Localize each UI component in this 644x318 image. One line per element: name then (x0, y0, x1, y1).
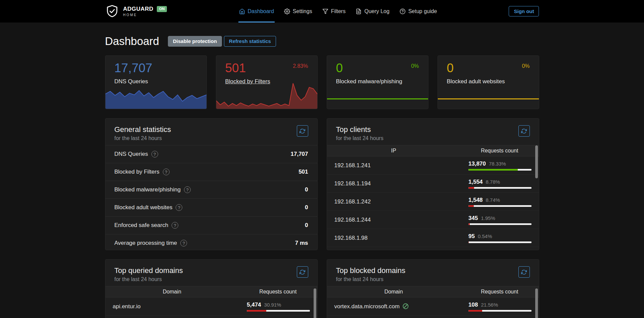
stat-row-label: Blocked adult websites (114, 204, 173, 211)
nav-item-dashboard[interactable]: Dashboard (238, 0, 275, 22)
card-title: Top blocked domains (336, 266, 406, 275)
top-blocked-domains-table: Domain Requests count vortex.data.micros… (327, 286, 539, 316)
help-icon[interactable]: ? (151, 151, 158, 157)
table-row: vortex.data.microsoft.com 10821.56% (327, 298, 539, 316)
nav-label: Dashboard (248, 8, 274, 14)
blocked-adult-zero-line (438, 98, 539, 99)
protection-status-badge: ON (157, 6, 167, 12)
top-blocked-domains-card: Top blocked domains for the last 24 hour… (327, 259, 539, 318)
brand-title: ADGUARD (123, 6, 153, 12)
blocked-malware-percent: 0% (411, 63, 419, 69)
home-icon (239, 8, 245, 14)
domain-name: vortex.data.microsoft.com (334, 303, 400, 310)
help-icon[interactable]: ? (172, 222, 178, 229)
card-subtitle: for the last 24 hours (336, 276, 406, 282)
navbar: ADGUARD ON HOME Dashboard Settings Filte… (0, 0, 644, 22)
refresh-button[interactable] (297, 125, 308, 137)
stat-row-label: Blocked malware/phishing (114, 186, 181, 193)
stat-row-value: 17,707 (291, 151, 308, 157)
help-icon[interactable]: ? (176, 204, 182, 211)
scrollbar-thumb[interactable] (535, 145, 538, 178)
nav-label: Query Log (364, 8, 389, 14)
blocked-adult-label: Blocked adult websites (447, 78, 505, 85)
card-title: Top queried domains (114, 266, 183, 275)
progress-bar (468, 187, 532, 189)
request-percent: 21.56% (481, 302, 498, 308)
nav-item-filters[interactable]: Filters (322, 0, 347, 22)
nav-item-setup-guide[interactable]: Setup guide (399, 0, 438, 22)
scrollbar-thumb[interactable] (314, 288, 316, 318)
column-header-requests: Requests count (460, 145, 539, 156)
request-count: 345 (468, 215, 478, 222)
progress-bar (468, 223, 532, 225)
refresh-button[interactable] (518, 266, 530, 278)
refresh-button[interactable] (297, 266, 308, 278)
stat-card-blocked-adult: 0 0% Blocked adult websites (438, 55, 539, 109)
table-row: 192.168.1.194 1,5548.78% (327, 175, 539, 193)
filter-funnel-icon (322, 8, 328, 14)
refresh-icon (300, 128, 305, 134)
table-row: 192.168.1.244 3451.95% (327, 211, 539, 229)
stat-row-label: Blocked by Filters (114, 169, 159, 175)
top-queried-domains-card: Top queried domains for the last 24 hour… (105, 259, 318, 318)
page-title: Dashboard (105, 34, 159, 49)
page-header: Dashboard Disable protection Refresh sta… (105, 34, 539, 49)
help-circle-icon (400, 8, 406, 14)
request-count: 108 (468, 302, 478, 308)
nav-label: Filters (331, 8, 346, 14)
scrollbar-thumb[interactable] (535, 288, 538, 318)
stat-card-blocked-by-filters: 501 2.83% Blocked by Filters (216, 55, 318, 109)
column-header-domain: Domain (327, 286, 461, 298)
column-header-domain: Domain (105, 286, 239, 298)
brand[interactable]: ADGUARD ON HOME (105, 4, 167, 18)
blocked-status-icon (402, 303, 409, 310)
disable-protection-button[interactable]: Disable protection (168, 36, 222, 46)
blocked-filters-value: 501 (225, 62, 246, 75)
table-row: 192.168.1.242 1,5488.74% (327, 193, 539, 211)
request-percent: 8.74% (486, 197, 500, 203)
stat-row-value: 0 (305, 204, 308, 211)
help-icon[interactable]: ? (184, 186, 191, 193)
progress-bar (468, 241, 532, 243)
nav-item-settings[interactable]: Settings (283, 0, 313, 22)
top-clients-table: IP Requests count 192.168.1.241 13,87078… (327, 145, 539, 247)
main-nav: Dashboard Settings Filters Query Log Set… (238, 0, 438, 22)
card-subtitle: for the last 24 hours (336, 135, 383, 141)
help-icon[interactable]: ? (180, 240, 187, 246)
request-percent: 0.54% (478, 233, 492, 239)
nav-item-query-log[interactable]: Query Log (355, 0, 390, 22)
request-percent: 78.33% (489, 161, 506, 167)
stat-row-value: 7 ms (295, 240, 308, 246)
request-count: 1,548 (468, 197, 483, 203)
blocked-malware-value: 0 (336, 62, 343, 75)
stat-row-label: Enforced safe search (114, 222, 169, 229)
blocked-malware-zero-line (327, 98, 428, 99)
stat-cards-row: 17,707 DNS Queries 501 2.83% Blocked by … (105, 55, 539, 109)
stat-row-blocked-malware: Blocked malware/phishing? 0 (105, 181, 317, 198)
card-subtitle: for the last 24 hours (114, 135, 171, 141)
sign-out-button[interactable]: Sign out (509, 6, 539, 16)
domain-name: api.entur.io (105, 298, 239, 316)
top-queried-domains-table: Domain Requests count api.entur.io 5,474… (105, 286, 317, 316)
stat-row-value: 0 (305, 186, 308, 193)
refresh-statistics-button[interactable]: Refresh statistics (224, 36, 276, 46)
blocked-adult-value: 0 (447, 62, 454, 75)
stat-row-value: 501 (298, 169, 308, 175)
stat-row-processing-time: Average processing time? 7 ms (105, 234, 317, 250)
blocked-filters-percent: 2.83% (293, 63, 308, 69)
progress-bar (468, 205, 532, 207)
brand-subtitle: HOME (123, 13, 167, 17)
request-percent: 1.95% (481, 215, 495, 221)
help-icon[interactable]: ? (163, 169, 170, 175)
column-header-ip: IP (327, 145, 461, 156)
document-icon (356, 8, 362, 14)
dns-queries-value: 17,707 (114, 62, 152, 75)
request-count: 13,870 (468, 161, 486, 167)
client-ip: 192.168.1.242 (327, 193, 461, 211)
refresh-icon (521, 128, 527, 134)
refresh-button[interactable] (518, 125, 530, 137)
refresh-icon (521, 269, 527, 275)
client-ip: 192.168.1.241 (327, 156, 461, 175)
stat-row-label: Average processing time (114, 240, 177, 246)
progress-bar (247, 310, 310, 312)
